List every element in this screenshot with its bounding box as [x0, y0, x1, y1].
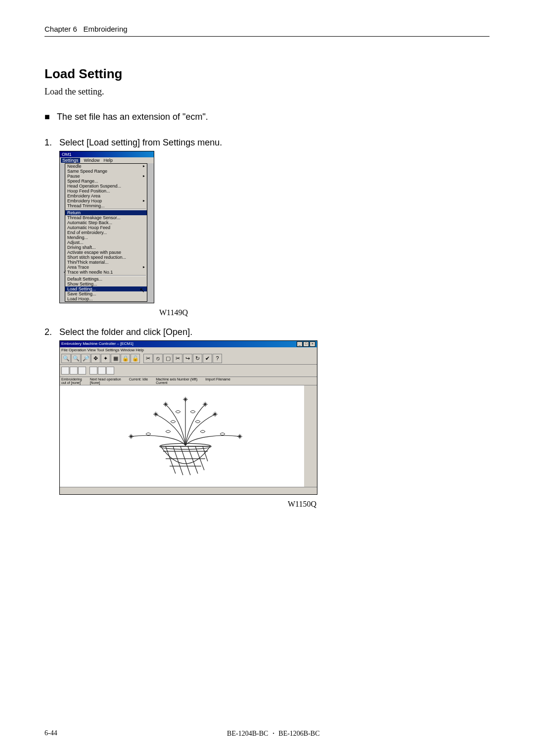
step-2: 2. Select the folder and click [Open].: [44, 327, 490, 337]
tool-c-icon[interactable]: [78, 367, 86, 375]
step-2-text: Select the folder and click [Open].: [59, 327, 192, 337]
bullet-square-icon: ■: [44, 112, 50, 123]
fig1-menubar: Settings Window Help: [60, 157, 154, 163]
menu-item[interactable]: Area Trace: [65, 265, 147, 270]
menu-item[interactable]: Mending...: [65, 235, 147, 240]
figure1-caption: W1149Q: [59, 308, 188, 317]
fig2-title-text: Embroidery Machine Controller – [ECM1]: [61, 341, 134, 347]
menu-item[interactable]: Default Settings...: [65, 277, 147, 282]
tool-a-icon[interactable]: [61, 367, 69, 375]
section-intro: Load the setting.: [44, 87, 490, 97]
menu-item[interactable]: Thin/Thick material...: [65, 260, 147, 265]
page-footer: 6-44 BE-1204B-BC ・ BE-1206B-BC: [0, 729, 534, 738]
stop-icon[interactable]: ⦸: [153, 354, 163, 363]
menu-item[interactable]: Save Setting...: [65, 291, 147, 296]
menu-settings[interactable]: Settings: [61, 158, 80, 163]
info-d-value: Current: [156, 381, 167, 384]
maximize-button[interactable]: □: [303, 341, 309, 347]
page-header: Chapter 6 Embroidering: [44, 25, 490, 37]
menu-item[interactable]: Head Operation Suspend...: [65, 184, 147, 189]
menu-item[interactable]: Activate escape with pause: [65, 250, 147, 255]
menu-item[interactable]: Needle: [65, 164, 147, 169]
tool-f-icon[interactable]: [106, 367, 114, 375]
step-1: 1. Select [Load setting] from Settings m…: [44, 138, 490, 148]
info-b-label: Next head operation: [90, 378, 121, 381]
note-bullet: ■ The set file has an extension of "ecm"…: [44, 112, 490, 123]
menu-item[interactable]: Automatic Step Back...: [65, 220, 147, 225]
embroidery-graphic: [96, 387, 274, 481]
info-a-label: Embroidering: [61, 378, 82, 381]
zoom-out-icon[interactable]: 🔍: [71, 354, 81, 363]
fig2-toolbar: 🔍 🔍 🔎 ✥ ✦ ▦ 🔒 🔓 ✂ ⦸ ▢ ✂ ↪ ↻ ✔ ?: [60, 353, 317, 365]
menu-item[interactable]: Short stitch speed reduction...: [65, 255, 147, 260]
step-1-number: 1.: [44, 138, 59, 148]
menu-item[interactable]: Speed Range...: [65, 179, 147, 184]
cursor-icon: ↖: [139, 286, 145, 294]
menu-item[interactable]: Load Hoop...: [65, 296, 147, 301]
menu-item[interactable]: Adjust...: [65, 240, 147, 245]
menu-item[interactable]: Driving shaft...: [65, 245, 147, 250]
move-icon[interactable]: ✥: [91, 354, 100, 363]
model-number: BE-1204B-BC ・ BE-1206B-BC: [227, 729, 319, 738]
section-heading: Load Setting: [44, 66, 490, 82]
fig2-statusbar: Normal operational Size : New_pattern PC: [60, 493, 317, 495]
close-button[interactable]: ×: [310, 341, 315, 347]
fig2-titlebar: Embroidery Machine Controller – [ECM1] _…: [60, 341, 317, 347]
fig1-window-title: OM1: [60, 151, 154, 157]
settings-dropdown: NeedleSame Speed RangePauseSpeed Range..…: [65, 163, 147, 302]
next-icon[interactable]: ↪: [183, 354, 192, 363]
fig2-menubar[interactable]: File Operation View Tool Settings Window…: [60, 347, 317, 353]
tool-e-icon[interactable]: [98, 367, 106, 375]
chapter-label: Chapter 6: [44, 25, 77, 33]
refresh-icon[interactable]: ↻: [193, 354, 202, 363]
cut-icon[interactable]: ✂: [143, 354, 153, 363]
zoom-area-icon[interactable]: 🔎: [81, 354, 90, 363]
fig2-infobar: Embroideringout of [none] Next head oper…: [60, 377, 317, 385]
check-icon[interactable]: ✔: [203, 354, 212, 363]
status1: Normal operational: [61, 494, 90, 495]
menu-item[interactable]: Hoop Feed Position...: [65, 189, 147, 193]
tool-d-icon[interactable]: [89, 367, 97, 375]
horizontal-scrollbar[interactable]: [60, 487, 317, 493]
menu-item[interactable]: Thread Trimming...: [65, 203, 147, 208]
tool-b-icon[interactable]: [70, 367, 78, 375]
menu-item[interactable]: Pause: [65, 174, 147, 179]
figure-menu-screenshot: OM1 Settings Window Help NeedleSame Spee…: [59, 151, 154, 303]
menu-item[interactable]: Same Speed Range: [65, 169, 147, 174]
page-number: 6-44: [44, 729, 57, 738]
trim-icon[interactable]: ✂: [173, 354, 182, 363]
bullet-text: The set file has an extension of "ecm".: [57, 112, 208, 122]
step-1-text: Select [Load setting] from Settings menu…: [59, 138, 222, 148]
center-icon[interactable]: ✦: [101, 354, 110, 363]
menu-item[interactable]: Embroidery Hoop: [65, 198, 147, 203]
menu-help[interactable]: Help: [104, 158, 113, 163]
fig2-toolbar2: [60, 365, 317, 377]
menu-item-return[interactable]: Return: [65, 210, 147, 215]
menu-item[interactable]: Embroidery Area: [65, 193, 147, 198]
chapter-title: Embroidering: [83, 25, 127, 33]
lock-icon[interactable]: 🔒: [121, 354, 130, 363]
help-icon[interactable]: ?: [213, 354, 222, 363]
info-b-value: [None]: [90, 381, 100, 384]
step-2-number: 2.: [44, 327, 59, 337]
menu-item[interactable]: Load Setting...: [65, 286, 147, 291]
menu-item[interactable]: Thread Breakage Sensor...: [65, 215, 147, 220]
minimize-button[interactable]: _: [297, 341, 303, 347]
unlock-icon[interactable]: 🔓: [131, 354, 140, 363]
figure-app-screenshot: Embroidery Machine Controller – [ECM1] _…: [59, 340, 317, 495]
info-d-label: Import Filename: [205, 378, 230, 384]
info-a-value: out of [none]: [61, 381, 81, 384]
menu-window[interactable]: Window: [84, 158, 100, 163]
info-c-label: Machine axis Number (Mft): [156, 378, 197, 381]
menu-item[interactable]: Trace with needle No.1: [65, 270, 147, 275]
menu-item[interactable]: Show Setting...: [65, 282, 147, 286]
fig2-canvas: [60, 385, 317, 487]
grid-icon[interactable]: ▦: [111, 354, 120, 363]
info-c-value: Current: Idle: [129, 378, 148, 381]
vertical-scrollbar[interactable]: [304, 385, 311, 487]
frame-icon[interactable]: ▢: [163, 354, 173, 363]
figure2-caption: W1150Q: [59, 500, 316, 509]
menu-item[interactable]: End of embroidery...: [65, 230, 147, 235]
menu-item[interactable]: Automatic Hoop Feed: [65, 225, 147, 230]
zoom-in-icon[interactable]: 🔍: [61, 354, 71, 363]
